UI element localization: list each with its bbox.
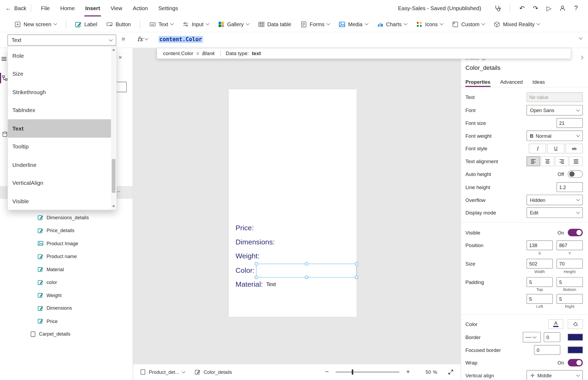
auto-height-toggle[interactable]: [568, 170, 583, 178]
formula-input[interactable]: content.Color: [159, 36, 203, 42]
play-preview-icon[interactable]: ▷: [543, 2, 555, 14]
tab-advanced[interactable]: Advanced: [500, 79, 523, 85]
wrap-toggle[interactable]: [568, 359, 583, 366]
data-rail-icon[interactable]: [2, 131, 8, 139]
hamburger-icon[interactable]: [2, 57, 6, 58]
border-width-input[interactable]: [544, 332, 560, 342]
button-button[interactable]: Button: [102, 16, 135, 32]
charts-menu[interactable]: Charts: [372, 16, 411, 32]
underline-button[interactable]: U: [547, 144, 564, 153]
dropdown-item-role[interactable]: Role: [8, 47, 111, 65]
padding-left-input[interactable]: [526, 294, 553, 304]
gallery-menu[interactable]: Gallery: [213, 16, 253, 32]
selection-handle[interactable]: [305, 262, 308, 266]
user-icon[interactable]: [556, 2, 568, 14]
menu-file[interactable]: File: [36, 0, 55, 17]
weight-label[interactable]: Weight:: [236, 252, 260, 260]
fx-selector[interactable]: fx: [137, 36, 148, 43]
align-left-button[interactable]: [526, 156, 540, 166]
price-label[interactable]: Price:: [236, 224, 254, 232]
screen-selector[interactable]: Product_det...: [140, 369, 185, 375]
panel-collapse-chevron-icon[interactable]: [580, 56, 583, 59]
tab-ideas[interactable]: Ideas: [532, 79, 545, 85]
position-x-input[interactable]: [526, 240, 553, 250]
overflow-select[interactable]: Hidden: [526, 195, 583, 205]
screen-artboard[interactable]: Price: Dimensions: Weight: Color: Materi…: [229, 89, 357, 317]
padding-right-input[interactable]: [556, 294, 583, 304]
dropdown-item-text[interactable]: Text: [8, 119, 111, 137]
size-width-input[interactable]: [526, 259, 553, 268]
border-style-select[interactable]: [523, 332, 541, 342]
align-justify-button[interactable]: [569, 156, 583, 166]
dimensions-label[interactable]: Dimensions:: [236, 238, 275, 246]
input-menu[interactable]: Input: [178, 16, 213, 32]
custom-menu[interactable]: Custom: [447, 16, 489, 32]
italic-button[interactable]: I: [529, 144, 546, 153]
visible-toggle[interactable]: [568, 229, 583, 236]
strikethrough-button[interactable]: ab: [566, 144, 583, 153]
tree-item-color[interactable]: color: [0, 276, 133, 289]
line-height-input[interactable]: [556, 182, 583, 192]
position-y-input[interactable]: [556, 240, 583, 250]
menu-insert[interactable]: Insert: [80, 0, 105, 17]
align-center-button[interactable]: [541, 156, 554, 166]
tree-item-carpet-details[interactable]: Carpet_details: [0, 328, 133, 340]
dropdown-item-strikethrough[interactable]: Strikethrough: [8, 83, 111, 101]
dropdown-item-underline[interactable]: Underline: [8, 156, 111, 174]
app-checker-icon[interactable]: [492, 2, 504, 14]
selected-control-indicator[interactable]: Color_details: [195, 369, 232, 375]
help-icon[interactable]: ?: [570, 2, 582, 14]
canvas-area[interactable]: Price: Dimensions: Weight: Color: Materi…: [133, 48, 460, 364]
padding-bottom-input[interactable]: [556, 277, 583, 287]
tree-item-material[interactable]: Material: [0, 263, 133, 276]
scroll-up-icon[interactable]: [112, 49, 115, 51]
padding-top-input[interactable]: [526, 277, 553, 287]
dropdown-item-size[interactable]: Size: [8, 65, 111, 83]
tab-properties[interactable]: Properties: [466, 79, 491, 85]
border-color-swatch[interactable]: [568, 334, 583, 340]
label-button[interactable]: Label: [71, 16, 102, 32]
forms-menu[interactable]: Forms: [296, 16, 334, 32]
tree-item-product-name[interactable]: Product name: [0, 250, 133, 263]
undo-icon[interactable]: ↶: [516, 2, 528, 14]
align-right-button[interactable]: [555, 156, 568, 166]
dropdown-item-verticalalign[interactable]: VerticalAlign: [8, 174, 111, 192]
zoom-in-icon[interactable]: +: [404, 368, 412, 376]
tree-item-price[interactable]: Price: [0, 315, 133, 328]
icons-menu[interactable]: Icons: [411, 16, 447, 32]
focused-border-color-swatch[interactable]: [568, 347, 583, 353]
new-screen-button[interactable]: New screen: [10, 16, 61, 32]
menu-view[interactable]: View: [105, 0, 128, 17]
dropdown-item-tooltip[interactable]: Tooltip: [8, 137, 111, 156]
vertical-align-select[interactable]: Middle: [526, 370, 583, 380]
selected-control-color-details[interactable]: [256, 264, 357, 278]
fill-color-button[interactable]: [568, 319, 583, 329]
tree-item-product-image[interactable]: Product Image: [0, 237, 133, 250]
font-select[interactable]: Open Sans: [526, 105, 583, 116]
tree-item-dimensions-details[interactable]: Dimensions_details: [0, 211, 133, 224]
selection-handle[interactable]: [355, 276, 358, 279]
data-table-button[interactable]: Data table: [253, 16, 296, 32]
zoom-out-icon[interactable]: −: [323, 368, 331, 376]
dropdown-scrollbar[interactable]: [111, 47, 116, 210]
tree-item-weight[interactable]: Weight: [0, 289, 133, 302]
selection-handle[interactable]: [355, 262, 358, 266]
back-button[interactable]: ← Back: [5, 5, 26, 11]
menu-home[interactable]: Home: [55, 0, 80, 17]
zoom-slider-thumb[interactable]: [352, 369, 353, 375]
dropdown-item-tabindex[interactable]: TabIndex: [8, 101, 111, 119]
selection-handle[interactable]: [255, 262, 258, 266]
zoom-slider[interactable]: [336, 372, 399, 373]
size-height-input[interactable]: [556, 259, 583, 268]
selection-handle[interactable]: [305, 276, 308, 279]
menu-action[interactable]: Action: [128, 0, 153, 17]
font-weight-select[interactable]: B Normal: [526, 130, 583, 141]
material-value-label[interactable]: Text: [266, 281, 276, 287]
property-selector[interactable]: Text: [7, 34, 116, 46]
selection-handle[interactable]: [255, 276, 258, 279]
color-label[interactable]: Color:: [236, 266, 255, 274]
tree-view-rail-icon[interactable]: [2, 75, 8, 82]
font-color-button[interactable]: A: [548, 319, 563, 329]
text-menu[interactable]: abl Text: [145, 16, 178, 32]
dropdown-item-visible[interactable]: Visible: [8, 192, 111, 210]
